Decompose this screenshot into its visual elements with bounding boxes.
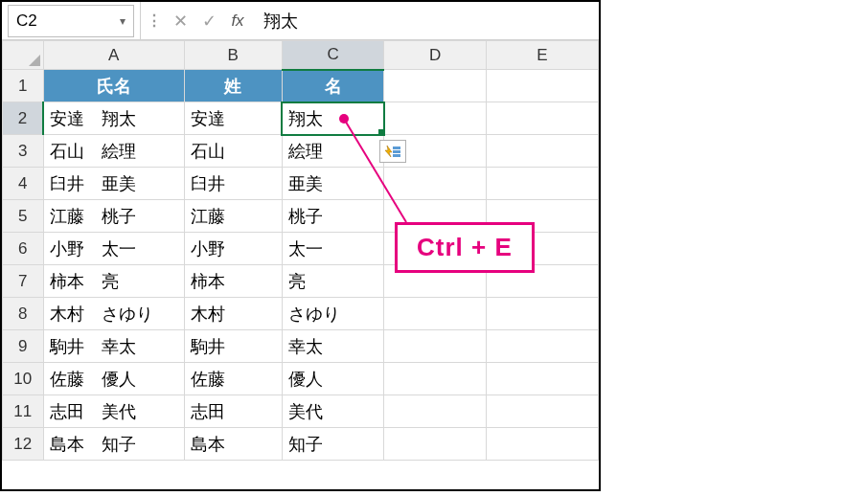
cell[interactable]: 島本 知子 — [43, 428, 184, 461]
table-row: 4 臼井 亜美 臼井 亜美 — [3, 168, 599, 200]
table-row: 10 佐藤 優人 佐藤 優人 — [3, 363, 599, 395]
table-row: 9 駒井 幸太 駒井 幸太 — [3, 330, 599, 363]
svg-rect-0 — [393, 147, 400, 149]
row-header[interactable]: 12 — [3, 428, 44, 461]
chevron-down-icon[interactable]: ▾ — [120, 14, 126, 28]
svg-rect-1 — [393, 150, 400, 153]
cell[interactable] — [384, 168, 487, 200]
row-header[interactable]: 7 — [3, 265, 44, 298]
cell[interactable] — [384, 330, 487, 363]
formula-tools: ⋮ ✕ ✓ fx — [140, 2, 254, 39]
table-row: 8 木村 さゆり 木村 さゆり — [3, 298, 599, 330]
formula-input[interactable] — [254, 2, 599, 39]
cell[interactable]: さゆり — [282, 298, 384, 330]
cell[interactable] — [384, 428, 487, 461]
row-header[interactable]: 11 — [3, 395, 44, 428]
cell[interactable] — [384, 70, 487, 102]
formula-bar: C2 ▾ ⋮ ✕ ✓ fx — [2, 2, 599, 40]
table-row: 2 安達 翔太 安達 翔太 — [3, 102, 599, 135]
cancel-icon[interactable]: ✕ — [170, 11, 191, 32]
cell[interactable]: 氏名 — [43, 70, 184, 102]
row-header[interactable]: 2 — [3, 102, 44, 135]
svg-rect-2 — [393, 154, 400, 157]
cell[interactable]: 志田 — [184, 395, 282, 428]
cell[interactable] — [384, 363, 487, 395]
cell[interactable] — [486, 102, 598, 135]
cell[interactable]: 江藤 — [184, 200, 282, 233]
callout-box: Ctrl + E — [395, 222, 535, 273]
callout-dot — [339, 114, 349, 124]
cell[interactable]: 木村 — [184, 298, 282, 330]
cell[interactable] — [486, 70, 598, 102]
cell[interactable]: 佐藤 — [184, 363, 282, 395]
cell[interactable] — [486, 363, 598, 395]
col-header-d[interactable]: D — [384, 41, 487, 70]
cell[interactable]: 名 — [282, 70, 384, 102]
cell[interactable]: 姓 — [184, 70, 282, 102]
cell[interactable]: 駒井 — [184, 330, 282, 363]
cell[interactable] — [486, 330, 598, 363]
row-header[interactable]: 4 — [3, 168, 44, 200]
name-box[interactable]: C2 ▾ — [8, 5, 134, 37]
cell[interactable]: 安達 翔太 — [43, 102, 184, 135]
cell[interactable]: 亜美 — [282, 168, 384, 200]
cell[interactable]: 小野 太一 — [43, 233, 184, 265]
cell[interactable]: 石山 — [184, 135, 282, 168]
table-row: 11 志田 美代 志田 美代 — [3, 395, 599, 428]
row-header[interactable]: 8 — [3, 298, 44, 330]
cell[interactable]: 幸太 — [282, 330, 384, 363]
cell[interactable] — [486, 135, 598, 168]
cell[interactable]: 臼井 亜美 — [43, 168, 184, 200]
cell[interactable]: 島本 — [184, 428, 282, 461]
cell[interactable]: 優人 — [282, 363, 384, 395]
table-row: 12 島本 知子 島本 知子 — [3, 428, 599, 461]
cell[interactable]: 志田 美代 — [43, 395, 184, 428]
cell[interactable]: 佐藤 優人 — [43, 363, 184, 395]
cell[interactable] — [486, 395, 598, 428]
name-box-value: C2 — [16, 11, 37, 31]
cell[interactable]: 美代 — [282, 395, 384, 428]
cell[interactable]: 駒井 幸太 — [43, 330, 184, 363]
callout-text: Ctrl + E — [417, 233, 513, 261]
col-header-a[interactable]: A — [43, 41, 184, 70]
cell[interactable]: 太一 — [282, 233, 384, 265]
cell[interactable]: 知子 — [282, 428, 384, 461]
cell[interactable]: 絵理 — [282, 135, 384, 168]
cell[interactable] — [486, 168, 598, 200]
row-header[interactable]: 9 — [3, 330, 44, 363]
table-row: 3 石山 絵理 石山 絵理 — [3, 135, 599, 168]
cell[interactable]: 柿本 亮 — [43, 265, 184, 298]
flash-fill-options-icon[interactable] — [379, 140, 406, 163]
cell[interactable]: 小野 — [184, 233, 282, 265]
cell[interactable] — [384, 102, 487, 135]
cell[interactable]: 桃子 — [282, 200, 384, 233]
cell[interactable]: 亮 — [282, 265, 384, 298]
cell-active[interactable]: 翔太 — [282, 102, 384, 135]
row-header[interactable]: 10 — [3, 363, 44, 395]
cell[interactable]: 安達 — [184, 102, 282, 135]
col-header-b[interactable]: B — [184, 41, 282, 70]
cell[interactable]: 石山 絵理 — [43, 135, 184, 168]
col-header-e[interactable]: E — [486, 41, 598, 70]
row-header[interactable]: 3 — [3, 135, 44, 168]
row-header[interactable]: 6 — [3, 233, 44, 265]
cell[interactable]: 江藤 桃子 — [43, 200, 184, 233]
fx-icon[interactable]: fx — [227, 11, 248, 31]
cell[interactable] — [486, 298, 598, 330]
cell[interactable] — [486, 428, 598, 461]
cell[interactable] — [384, 298, 487, 330]
cell[interactable] — [384, 395, 487, 428]
row-header[interactable]: 5 — [3, 200, 44, 233]
separator-icon: ⋮ — [147, 11, 162, 30]
select-all-corner[interactable] — [3, 41, 44, 70]
cell[interactable]: 臼井 — [184, 168, 282, 200]
cell[interactable]: 柿本 — [184, 265, 282, 298]
row-header[interactable]: 1 — [3, 70, 44, 102]
table-row: 1 氏名 姓 名 — [3, 70, 599, 102]
enter-icon[interactable]: ✓ — [198, 11, 219, 32]
cell[interactable]: 木村 さゆり — [43, 298, 184, 330]
col-header-c[interactable]: C — [282, 41, 384, 70]
